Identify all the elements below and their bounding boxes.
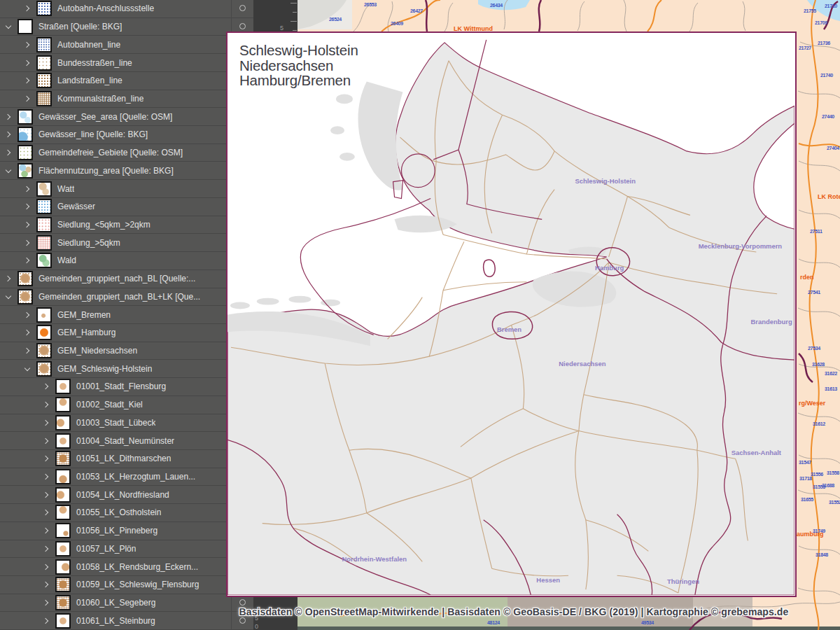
- chevron-right-icon[interactable]: [22, 328, 32, 337]
- chevron-right-icon[interactable]: [41, 526, 51, 536]
- layer-thumbnail-icon[interactable]: [36, 343, 52, 358]
- layer-row[interactable]: 01060_LK_Segeberg: [0, 594, 253, 612]
- layer-target-circle-icon[interactable]: [239, 23, 246, 29]
- layer-thumbnail-icon[interactable]: [55, 595, 71, 610]
- layer-thumbnail-icon[interactable]: [55, 379, 71, 394]
- chevron-right-icon[interactable]: [4, 148, 13, 158]
- chevron-right-icon[interactable]: [22, 202, 32, 211]
- layer-thumbnail-icon[interactable]: [36, 325, 52, 340]
- chevron-down-icon[interactable]: [4, 22, 13, 31]
- chevron-right-icon[interactable]: [22, 346, 32, 356]
- layer-thumbnail-icon[interactable]: [55, 523, 71, 538]
- layer-row[interactable]: Straßen [Quelle: BKG]: [0, 18, 253, 36]
- layer-row[interactable]: Gewässer: [0, 198, 253, 216]
- layer-row[interactable]: GEM_Schleswig-Holstein: [0, 360, 253, 378]
- layer-row[interactable]: Siedlung_>5qkm: [0, 234, 253, 252]
- layer-thumbnail-icon[interactable]: [36, 55, 52, 71]
- layer-row[interactable]: 01061_LK_Steinburg: [0, 612, 253, 630]
- layer-row[interactable]: 01057_LK_Plön: [0, 540, 253, 559]
- layer-thumbnail-icon[interactable]: [55, 433, 71, 449]
- chevron-right-icon[interactable]: [41, 507, 51, 517]
- layer-target-circle-icon[interactable]: [239, 617, 246, 624]
- layer-row[interactable]: Autobahn-Anschlussstelle: [0, 0, 253, 18]
- layer-thumbnail-icon[interactable]: [18, 19, 33, 34]
- layer-row[interactable]: Gemeinden_gruppiert_nach_BL+LK [Que...: [0, 288, 253, 307]
- chevron-right-icon[interactable]: [22, 184, 32, 194]
- layer-row[interactable]: GEM_Bremen: [0, 306, 253, 324]
- layer-row[interactable]: 01053_LK_Herzogtum_Lauen...: [0, 468, 253, 486]
- layer-thumbnail-icon[interactable]: [55, 469, 71, 484]
- layer-thumbnail-icon[interactable]: [18, 163, 33, 178]
- layer-row[interactable]: 01056_LK_Pinneberg: [0, 522, 253, 540]
- layer-thumbnail-icon[interactable]: [55, 415, 71, 430]
- layer-row[interactable]: Bundesstraßen_line: [0, 54, 253, 72]
- chevron-right-icon[interactable]: [41, 472, 51, 482]
- chevron-right-icon[interactable]: [22, 4, 32, 13]
- layer-row[interactable]: 01059_LK_Schleswig_Flensburg: [0, 576, 253, 594]
- chevron-right-icon[interactable]: [41, 436, 51, 446]
- layer-row[interactable]: GEM_Niedersachsen: [0, 342, 253, 360]
- chevron-right-icon[interactable]: [41, 382, 51, 391]
- layer-thumbnail-icon[interactable]: [55, 505, 71, 520]
- layer-thumbnail-icon[interactable]: [55, 397, 71, 412]
- layer-thumbnail-icon[interactable]: [55, 487, 71, 503]
- chevron-right-icon[interactable]: [22, 40, 32, 50]
- chevron-down-icon[interactable]: [22, 364, 32, 374]
- chevron-right-icon[interactable]: [41, 418, 51, 428]
- layer-row[interactable]: Gemeindefreie_Gebiete [Quelle: OSM]: [0, 144, 253, 162]
- chevron-right-icon[interactable]: [4, 130, 13, 139]
- layer-thumbnail-icon[interactable]: [36, 73, 52, 88]
- layer-thumbnail-icon[interactable]: [55, 613, 71, 629]
- layer-row[interactable]: Autobahnen_line: [0, 36, 253, 54]
- layer-row[interactable]: 01054_LK_Nordfriesland: [0, 486, 253, 504]
- layer-thumbnail-icon[interactable]: [36, 199, 52, 214]
- layer-thumbnail-icon[interactable]: [36, 217, 52, 232]
- layer-row[interactable]: Landstraßen_line: [0, 72, 253, 90]
- chevron-right-icon[interactable]: [41, 562, 51, 572]
- chevron-right-icon[interactable]: [22, 94, 32, 104]
- layer-row[interactable]: Flächennutzung_area [Quelle: BKG]: [0, 162, 253, 180]
- layer-thumbnail-icon[interactable]: [55, 577, 71, 592]
- chevron-right-icon[interactable]: [22, 76, 32, 85]
- layer-target-circle-icon[interactable]: [239, 5, 246, 11]
- chevron-down-icon[interactable]: [4, 166, 13, 176]
- chevron-right-icon[interactable]: [41, 616, 51, 626]
- layer-thumbnail-icon[interactable]: [36, 235, 52, 251]
- chevron-right-icon[interactable]: [41, 598, 51, 608]
- chevron-right-icon[interactable]: [41, 490, 51, 500]
- layer-row[interactable]: 01001_Stadt_Flensburg: [0, 378, 253, 396]
- layer-target-circle-icon[interactable]: [239, 599, 246, 606]
- layer-row[interactable]: 01004_Stadt_Neumünster: [0, 432, 253, 450]
- layer-row[interactable]: Gemeinden_gruppiert_nach_BL [Quelle:...: [0, 270, 253, 288]
- layer-thumbnail-icon[interactable]: [18, 271, 33, 286]
- chevron-right-icon[interactable]: [41, 544, 51, 554]
- layer-row[interactable]: 01003_Stadt_Lübeck: [0, 414, 253, 433]
- layer-row[interactable]: Watt: [0, 180, 253, 198]
- chevron-right-icon[interactable]: [22, 310, 32, 320]
- layer-row[interactable]: Kommunalstraßen_line: [0, 90, 253, 108]
- chevron-right-icon[interactable]: [4, 274, 13, 284]
- chevron-right-icon[interactable]: [22, 238, 32, 248]
- layer-thumbnail-icon[interactable]: [55, 451, 71, 466]
- layer-thumbnail-icon[interactable]: [36, 253, 52, 268]
- chevron-down-icon[interactable]: [4, 292, 13, 302]
- chevron-right-icon[interactable]: [22, 220, 32, 230]
- chevron-right-icon[interactable]: [41, 580, 51, 589]
- chevron-right-icon[interactable]: [41, 454, 51, 463]
- layer-thumbnail-icon[interactable]: [18, 289, 33, 304]
- layer-thumbnail-icon[interactable]: [36, 37, 52, 52]
- layer-thumbnail-icon[interactable]: [55, 559, 71, 575]
- layer-row[interactable]: Gewässer_See_area [Quelle: OSM]: [0, 108, 253, 126]
- layer-row[interactable]: Gewässer_line [Quelle: BKG]: [0, 126, 253, 144]
- layer-thumbnail-icon[interactable]: [18, 109, 33, 125]
- layer-row[interactable]: 01058_LK_Rendsburg_Eckern...: [0, 558, 253, 576]
- chevron-right-icon[interactable]: [22, 58, 32, 68]
- layer-row[interactable]: 01002_Stadt_Kiel: [0, 396, 253, 414]
- layer-thumbnail-icon[interactable]: [36, 181, 52, 197]
- chevron-right-icon[interactable]: [41, 400, 51, 410]
- layer-row[interactable]: 01055_LK_Ostholstein: [0, 504, 253, 522]
- chevron-right-icon[interactable]: [4, 112, 13, 122]
- layer-thumbnail-icon[interactable]: [55, 541, 71, 556]
- layer-thumbnail-icon[interactable]: [36, 1, 52, 16]
- layer-thumbnail-icon[interactable]: [18, 145, 33, 160]
